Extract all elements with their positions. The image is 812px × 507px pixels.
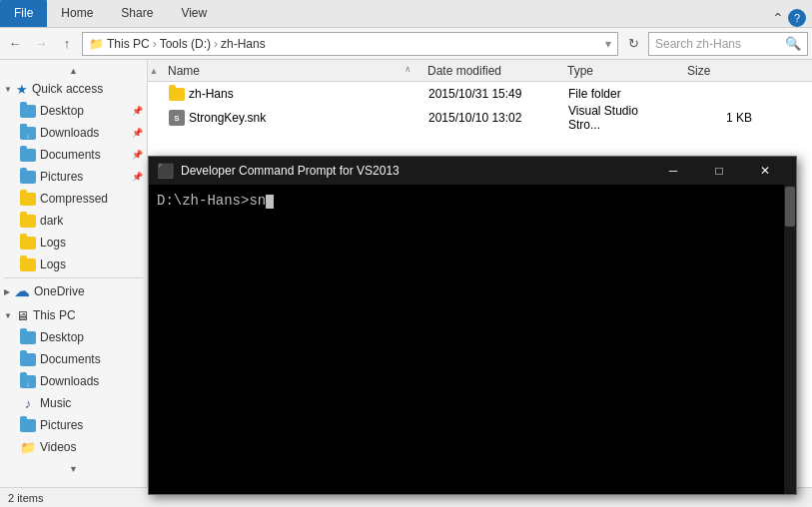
ribbon: File Home Share View ⌃ ?	[0, 0, 812, 28]
sidebar-item-dark[interactable]: dark	[0, 210, 147, 232]
sidebar-item-downloads-pc[interactable]: ↓ Downloads	[0, 370, 147, 392]
search-box[interactable]: Search zh-Hans 🔍	[648, 32, 808, 56]
table-row[interactable]: zh-Hans 2015/10/31 15:49 File folder	[148, 82, 812, 106]
cmd-minimize-btn[interactable]: ─	[650, 157, 696, 185]
file-date-strongkey: 2015/10/10 13:02	[420, 109, 560, 127]
breadcrumb-dropdown[interactable]: ▾	[605, 37, 611, 51]
sidebar-this-pc-header[interactable]: ▼ 🖥 This PC	[0, 304, 147, 326]
address-box[interactable]: 📁 This PC › Tools (D:) › zh-Hans ▾	[82, 32, 618, 56]
sidebar-item-logs-1[interactable]: Logs	[0, 232, 147, 254]
cmd-window: ⬛ Developer Command Prompt for VS2013 ─ …	[148, 156, 797, 495]
videos-icon: 📁	[20, 440, 36, 455]
sidebar-downloads-pc-label: Downloads	[40, 374, 99, 388]
sidebar-documents-label: Documents	[40, 148, 101, 162]
sidebar-onedrive-header[interactable]: ▶ ☁ OneDrive	[0, 280, 147, 302]
tab-share[interactable]: Share	[107, 0, 167, 27]
breadcrumb-zhHans[interactable]: zh-Hans	[221, 37, 266, 51]
this-pc-icon: 🖥	[16, 308, 29, 323]
col-name-header[interactable]: Name	[160, 62, 419, 80]
downloads-pc-arrow-icon: ↓	[26, 380, 30, 387]
sidebar-pictures-label: Pictures	[40, 170, 83, 184]
refresh-btn[interactable]: ↻	[622, 33, 644, 55]
up-btn[interactable]: ↑	[56, 33, 78, 55]
cmd-app-icon: ⬛	[157, 163, 173, 179]
search-placeholder: Search zh-Hans	[655, 37, 781, 51]
sidebar-item-music-pc[interactable]: ♪ Music	[0, 392, 147, 414]
file-type-zh-hans: File folder	[560, 85, 680, 103]
ribbon-tabs: File Home Share View ⌃ ?	[0, 0, 812, 28]
cmd-cursor	[266, 195, 274, 209]
sidebar-item-videos-pc[interactable]: 📁 Videos	[0, 436, 147, 458]
file-name-zh-hans: zh-Hans	[161, 85, 420, 103]
sidebar-logs1-label: Logs	[40, 236, 66, 250]
breadcrumb-tools[interactable]: Tools (D:)	[160, 37, 211, 51]
col-size-header[interactable]: Size	[679, 62, 759, 80]
file-size-strongkey: 1 KB	[680, 109, 760, 127]
documents-folder-icon	[20, 149, 36, 162]
tab-home[interactable]: Home	[47, 0, 107, 27]
sidebar-item-desktop[interactable]: Desktop 📌	[0, 100, 147, 122]
cmd-body[interactable]: D:\zh-Hans>sn	[149, 185, 796, 494]
sidebar-desktop-label: Desktop	[40, 104, 84, 118]
sidebar-scroll-down[interactable]: ▼	[0, 462, 147, 476]
cmd-prompt-text: D:\zh-Hans>sn	[157, 193, 788, 209]
sidebar-item-desktop-pc[interactable]: Desktop	[0, 326, 147, 348]
sidebar-item-compressed[interactable]: Compressed	[0, 188, 147, 210]
sidebar-resize-handle: ▲	[148, 66, 160, 76]
pictures-folder-icon	[20, 171, 36, 184]
back-btn[interactable]: ←	[4, 33, 26, 55]
desktop-pin-icon: 📌	[132, 106, 143, 116]
sidebar-item-downloads[interactable]: ↓ Downloads 📌	[0, 122, 147, 144]
forward-btn[interactable]: →	[30, 33, 52, 55]
zh-hans-folder-icon	[169, 88, 185, 101]
cmd-scrollbar-thumb[interactable]	[785, 187, 795, 227]
downloads-pin-icon: 📌	[132, 128, 143, 138]
cmd-title-text: Developer Command Prompt for VS2013	[181, 164, 642, 178]
file-date-zh-hans: 2015/10/31 15:49	[420, 85, 560, 103]
onedrive-icon: ☁	[14, 283, 30, 299]
compressed-folder-icon	[20, 193, 36, 206]
documents-pc-folder-icon	[20, 353, 36, 366]
tab-view[interactable]: View	[167, 0, 221, 27]
quick-access-label: Quick access	[32, 82, 103, 96]
address-bar: ← → ↑ 📁 This PC › Tools (D:) › zh-Hans ▾…	[0, 28, 812, 60]
sidebar-quick-access-header[interactable]: ▼ ★ Quick access	[0, 78, 147, 100]
file-size-zh-hans	[680, 92, 760, 96]
sidebar-pictures-pc-label: Pictures	[40, 418, 83, 432]
ribbon-collapse-btn[interactable]: ⌃	[772, 10, 784, 26]
tab-file[interactable]: File	[0, 0, 47, 27]
breadcrumb-sep-2: ›	[214, 37, 218, 51]
cmd-maximize-btn[interactable]: □	[696, 157, 742, 185]
breadcrumb-sep-1: ›	[153, 37, 157, 51]
music-icon: ♪	[20, 396, 36, 410]
table-row[interactable]: S StrongKey.snk 2015/10/10 13:02 Visual …	[148, 106, 812, 130]
sidebar-scroll-up[interactable]: ▲	[0, 64, 147, 78]
dark-folder-icon	[20, 215, 36, 228]
sidebar-item-pictures[interactable]: Pictures 📌	[0, 166, 147, 188]
this-pc-chevron: ▼	[4, 311, 12, 320]
sidebar: ▲ ▼ ★ Quick access Desktop 📌	[0, 60, 148, 487]
cmd-scrollbar[interactable]	[784, 185, 796, 494]
pictures-pin-icon: 📌	[132, 172, 143, 182]
pictures-pc-folder-icon	[20, 419, 36, 432]
sidebar-music-pc-label: Music	[40, 396, 71, 410]
sidebar-divider-1	[4, 277, 143, 278]
col-type-header[interactable]: Type	[559, 62, 679, 80]
sidebar-item-documents-pc[interactable]: Documents	[0, 348, 147, 370]
sidebar-item-documents[interactable]: Documents 📌	[0, 144, 147, 166]
sidebar-compressed-label: Compressed	[40, 192, 108, 206]
search-icon[interactable]: 🔍	[785, 36, 801, 51]
col-date-header[interactable]: Date modified	[419, 62, 559, 80]
sidebar-logs2-label: Logs	[40, 257, 66, 271]
explorer-window: File Home Share View ⌃ ? ← → ↑ 📁 This PC…	[0, 0, 812, 507]
quick-access-chevron: ▼	[4, 85, 12, 94]
sidebar-documents-pc-label: Documents	[40, 352, 101, 366]
breadcrumb-pc: 📁 This PC	[89, 37, 150, 51]
file-name-strongkey: S StrongKey.snk	[161, 108, 420, 128]
help-btn[interactable]: ?	[788, 9, 806, 27]
sidebar-item-pictures-pc[interactable]: Pictures	[0, 414, 147, 436]
sidebar-item-logs-2[interactable]: Logs	[0, 254, 147, 275]
cmd-close-btn[interactable]: ✕	[742, 157, 788, 185]
documents-pin-icon: 📌	[132, 150, 143, 160]
quick-access-star-icon: ★	[16, 82, 28, 97]
